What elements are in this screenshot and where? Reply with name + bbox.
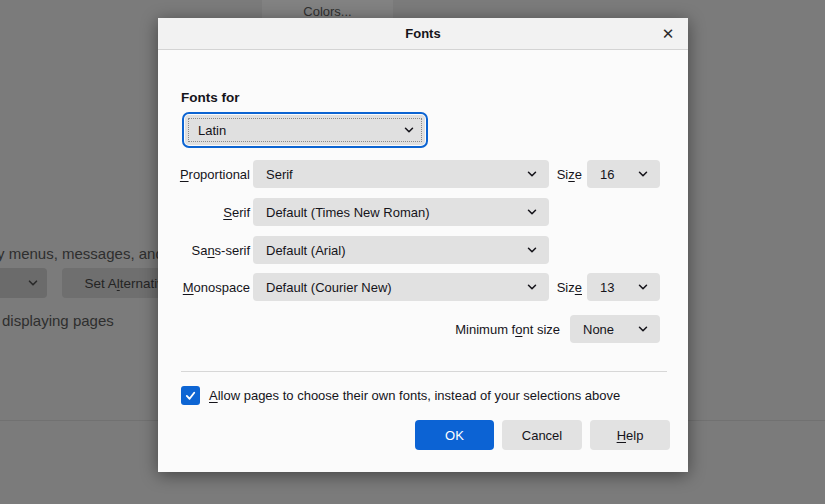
fonts-dialog: Fonts ✕ Fonts for Latin Proportional Ser… xyxy=(158,18,688,472)
minimum-font-size-label: Minimum font size xyxy=(338,315,560,343)
serif-label: Serif xyxy=(158,198,250,226)
minimum-font-size-value: None xyxy=(583,322,614,337)
background-pages-text: displaying pages xyxy=(2,312,114,329)
allow-pages-checkbox-label[interactable]: Allow pages to choose their own fonts, i… xyxy=(209,386,620,405)
chevron-down-icon xyxy=(637,323,649,335)
size-select-proportional-value: 16 xyxy=(600,167,614,182)
background-language-select[interactable] xyxy=(0,268,47,298)
cancel-button[interactable]: Cancel xyxy=(502,420,582,450)
chevron-down-icon xyxy=(27,277,39,289)
serif-select-value: Default (Times New Roman) xyxy=(266,205,430,220)
chevron-down-icon xyxy=(526,244,538,256)
proportional-select-value: Serif xyxy=(266,167,293,182)
sans-serif-select-value: Default (Arial) xyxy=(266,243,345,258)
background-display-text: y menus, messages, and n xyxy=(0,245,176,262)
section-divider xyxy=(181,371,667,372)
chevron-down-icon xyxy=(526,206,538,218)
colors-button-label: Colors... xyxy=(303,4,351,19)
monospace-label: Monospace xyxy=(158,273,250,301)
size-label-monospace: Size xyxy=(498,273,582,301)
sans-serif-select[interactable]: Default (Arial) xyxy=(253,236,549,264)
checkmark-icon xyxy=(184,389,197,402)
fonts-for-language-select[interactable]: Latin xyxy=(185,115,425,145)
fonts-for-language-select-focus-ring: Latin xyxy=(182,112,428,148)
size-select-monospace[interactable]: 13 xyxy=(587,273,660,301)
close-icon[interactable]: ✕ xyxy=(657,23,679,45)
help-button[interactable]: Help xyxy=(590,420,670,450)
monospace-select-value: Default (Courier New) xyxy=(266,280,392,295)
ok-button[interactable]: OK xyxy=(415,420,494,450)
chevron-down-icon xyxy=(637,281,649,293)
minimum-font-size-select[interactable]: None xyxy=(570,315,660,343)
chevron-down-icon xyxy=(637,168,649,180)
serif-select[interactable]: Default (Times New Roman) xyxy=(253,198,549,226)
allow-pages-checkbox[interactable] xyxy=(181,386,200,405)
dialog-header: Fonts ✕ xyxy=(158,18,688,50)
fonts-for-label: Fonts for xyxy=(181,90,240,105)
proportional-label: Proportional xyxy=(158,160,250,188)
chevron-down-icon xyxy=(403,124,415,136)
sans-serif-label: Sans-serif xyxy=(158,236,250,264)
size-select-monospace-value: 13 xyxy=(600,280,614,295)
size-label-proportional: Size xyxy=(498,160,582,188)
language-select-value: Latin xyxy=(198,123,226,138)
dialog-title: Fonts xyxy=(158,18,688,49)
size-select-proportional[interactable]: 16 xyxy=(587,160,660,188)
